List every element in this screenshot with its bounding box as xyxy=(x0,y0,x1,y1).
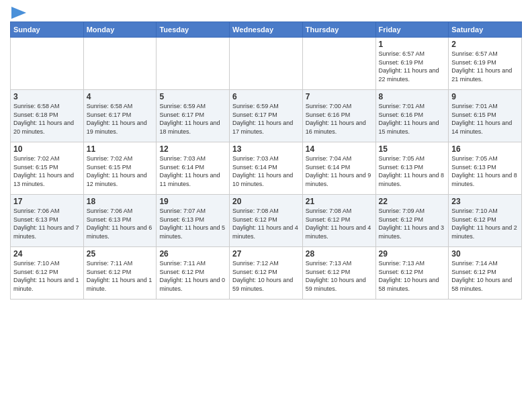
day-number: 23 xyxy=(451,197,519,206)
calendar-day-cell: 25Sunrise: 7:11 AM Sunset: 6:12 PM Dayli… xyxy=(83,247,157,300)
calendar-table: SundayMondayTuesdayWednesdayThursdayFrid… xyxy=(10,21,522,300)
calendar-day-cell: 20Sunrise: 7:08 AM Sunset: 6:12 PM Dayli… xyxy=(230,195,303,247)
day-number: 17 xyxy=(13,197,81,206)
header xyxy=(10,7,522,16)
calendar-day-cell: 7Sunrise: 7:00 AM Sunset: 6:16 PM Daylig… xyxy=(302,90,375,142)
day-info: Sunrise: 7:05 AM Sunset: 6:13 PM Dayligh… xyxy=(379,154,446,188)
calendar-day-cell: 2Sunrise: 6:57 AM Sunset: 6:19 PM Daylig… xyxy=(449,38,522,90)
calendar-week-row: 10Sunrise: 7:02 AM Sunset: 6:15 PM Dayli… xyxy=(11,142,522,195)
day-info: Sunrise: 6:58 AM Sunset: 6:18 PM Dayligh… xyxy=(13,102,81,136)
calendar-week-row: 17Sunrise: 7:06 AM Sunset: 6:13 PM Dayli… xyxy=(11,195,522,247)
calendar-day-cell: 28Sunrise: 7:13 AM Sunset: 6:12 PM Dayli… xyxy=(302,247,375,300)
day-number: 10 xyxy=(13,144,81,154)
day-number: 29 xyxy=(379,249,446,259)
day-info: Sunrise: 7:13 AM Sunset: 6:12 PM Dayligh… xyxy=(306,259,373,293)
day-info: Sunrise: 6:57 AM Sunset: 6:19 PM Dayligh… xyxy=(451,50,519,83)
day-number: 4 xyxy=(87,92,154,101)
weekday-header: Sunday xyxy=(11,22,84,38)
day-number: 24 xyxy=(13,249,81,259)
day-info: Sunrise: 6:58 AM Sunset: 6:17 PM Dayligh… xyxy=(87,102,154,136)
calendar-day-cell xyxy=(83,38,157,90)
day-number: 12 xyxy=(159,144,226,154)
day-number: 28 xyxy=(306,249,373,259)
day-number: 19 xyxy=(159,197,226,206)
day-number: 13 xyxy=(232,144,300,154)
day-info: Sunrise: 7:03 AM Sunset: 6:14 PM Dayligh… xyxy=(159,154,226,188)
calendar-day-cell: 22Sunrise: 7:09 AM Sunset: 6:12 PM Dayli… xyxy=(375,195,449,247)
calendar-day-cell: 6Sunrise: 6:59 AM Sunset: 6:17 PM Daylig… xyxy=(230,90,303,142)
calendar-day-cell: 21Sunrise: 7:08 AM Sunset: 6:12 PM Dayli… xyxy=(302,195,375,247)
day-info: Sunrise: 7:09 AM Sunset: 6:12 PM Dayligh… xyxy=(379,207,446,240)
day-info: Sunrise: 7:13 AM Sunset: 6:12 PM Dayligh… xyxy=(379,259,446,293)
calendar-day-cell: 3Sunrise: 6:58 AM Sunset: 6:18 PM Daylig… xyxy=(11,90,84,142)
day-number: 5 xyxy=(159,92,226,101)
day-info: Sunrise: 7:02 AM Sunset: 6:15 PM Dayligh… xyxy=(13,154,81,188)
calendar-day-cell: 4Sunrise: 6:58 AM Sunset: 6:17 PM Daylig… xyxy=(83,90,157,142)
weekday-header: Thursday xyxy=(302,22,375,38)
calendar-day-cell xyxy=(157,38,230,90)
day-number: 14 xyxy=(306,144,373,154)
day-number: 27 xyxy=(232,249,300,259)
calendar-day-cell: 15Sunrise: 7:05 AM Sunset: 6:13 PM Dayli… xyxy=(375,142,449,195)
calendar-day-cell: 29Sunrise: 7:13 AM Sunset: 6:12 PM Dayli… xyxy=(375,247,449,300)
day-number: 26 xyxy=(159,249,226,259)
day-number: 15 xyxy=(379,144,446,154)
day-info: Sunrise: 7:06 AM Sunset: 6:13 PM Dayligh… xyxy=(87,207,154,240)
day-info: Sunrise: 7:08 AM Sunset: 6:12 PM Dayligh… xyxy=(306,207,373,240)
day-info: Sunrise: 7:14 AM Sunset: 6:12 PM Dayligh… xyxy=(451,259,519,293)
day-number: 18 xyxy=(87,197,154,206)
day-number: 22 xyxy=(379,197,446,206)
day-info: Sunrise: 7:01 AM Sunset: 6:15 PM Dayligh… xyxy=(451,102,519,136)
day-number: 21 xyxy=(306,197,373,206)
day-info: Sunrise: 7:01 AM Sunset: 6:16 PM Dayligh… xyxy=(379,102,446,136)
calendar-day-cell: 19Sunrise: 7:07 AM Sunset: 6:13 PM Dayli… xyxy=(157,195,230,247)
calendar-day-cell xyxy=(230,38,303,90)
day-number: 6 xyxy=(232,92,300,101)
weekday-header: Friday xyxy=(375,22,449,38)
calendar-day-cell: 10Sunrise: 7:02 AM Sunset: 6:15 PM Dayli… xyxy=(11,142,84,195)
day-info: Sunrise: 7:11 AM Sunset: 6:12 PM Dayligh… xyxy=(87,259,154,293)
day-info: Sunrise: 7:11 AM Sunset: 6:12 PM Dayligh… xyxy=(159,259,226,293)
day-info: Sunrise: 7:00 AM Sunset: 6:16 PM Dayligh… xyxy=(306,102,373,136)
calendar-week-row: 1Sunrise: 6:57 AM Sunset: 6:19 PM Daylig… xyxy=(11,38,522,90)
calendar-week-row: 24Sunrise: 7:10 AM Sunset: 6:12 PM Dayli… xyxy=(11,247,522,300)
page: SundayMondayTuesdayWednesdayThursdayFrid… xyxy=(0,0,532,411)
day-number: 9 xyxy=(451,92,519,101)
day-number: 25 xyxy=(87,249,154,259)
day-info: Sunrise: 7:10 AM Sunset: 6:12 PM Dayligh… xyxy=(13,259,81,293)
day-number: 16 xyxy=(451,144,519,154)
calendar-day-cell: 24Sunrise: 7:10 AM Sunset: 6:12 PM Dayli… xyxy=(11,247,84,300)
calendar-day-cell: 23Sunrise: 7:10 AM Sunset: 6:12 PM Dayli… xyxy=(449,195,522,247)
calendar-day-cell: 18Sunrise: 7:06 AM Sunset: 6:13 PM Dayli… xyxy=(83,195,157,247)
day-number: 11 xyxy=(87,144,154,154)
calendar-day-cell: 30Sunrise: 7:14 AM Sunset: 6:12 PM Dayli… xyxy=(449,247,522,300)
day-info: Sunrise: 7:02 AM Sunset: 6:15 PM Dayligh… xyxy=(87,154,154,188)
calendar-day-cell: 1Sunrise: 6:57 AM Sunset: 6:19 PM Daylig… xyxy=(375,38,449,90)
day-info: Sunrise: 7:07 AM Sunset: 6:13 PM Dayligh… xyxy=(159,207,226,240)
day-info: Sunrise: 7:04 AM Sunset: 6:14 PM Dayligh… xyxy=(306,154,373,188)
calendar-week-row: 3Sunrise: 6:58 AM Sunset: 6:18 PM Daylig… xyxy=(11,90,522,142)
day-number: 8 xyxy=(379,92,446,101)
calendar-day-cell: 9Sunrise: 7:01 AM Sunset: 6:15 PM Daylig… xyxy=(449,90,522,142)
day-info: Sunrise: 7:12 AM Sunset: 6:12 PM Dayligh… xyxy=(232,259,300,293)
calendar-day-cell: 11Sunrise: 7:02 AM Sunset: 6:15 PM Dayli… xyxy=(83,142,157,195)
day-info: Sunrise: 7:03 AM Sunset: 6:14 PM Dayligh… xyxy=(232,154,300,188)
logo xyxy=(10,7,28,16)
day-info: Sunrise: 7:05 AM Sunset: 6:13 PM Dayligh… xyxy=(451,154,519,188)
calendar-day-cell: 14Sunrise: 7:04 AM Sunset: 6:14 PM Dayli… xyxy=(302,142,375,195)
calendar-day-cell xyxy=(11,38,84,90)
weekday-header: Wednesday xyxy=(230,22,303,38)
day-number: 30 xyxy=(451,249,519,259)
weekday-header: Tuesday xyxy=(157,22,230,38)
calendar-day-cell: 27Sunrise: 7:12 AM Sunset: 6:12 PM Dayli… xyxy=(230,247,303,300)
calendar-day-cell: 26Sunrise: 7:11 AM Sunset: 6:12 PM Dayli… xyxy=(157,247,230,300)
day-info: Sunrise: 6:59 AM Sunset: 6:17 PM Dayligh… xyxy=(232,102,300,136)
day-info: Sunrise: 7:10 AM Sunset: 6:12 PM Dayligh… xyxy=(451,207,519,240)
day-info: Sunrise: 7:06 AM Sunset: 6:13 PM Dayligh… xyxy=(13,207,81,240)
weekday-header: Saturday xyxy=(449,22,522,38)
calendar-day-cell: 12Sunrise: 7:03 AM Sunset: 6:14 PM Dayli… xyxy=(157,142,230,195)
day-number: 20 xyxy=(232,197,300,206)
day-number: 1 xyxy=(379,40,446,49)
calendar-day-cell xyxy=(302,38,375,90)
day-number: 7 xyxy=(306,92,373,101)
